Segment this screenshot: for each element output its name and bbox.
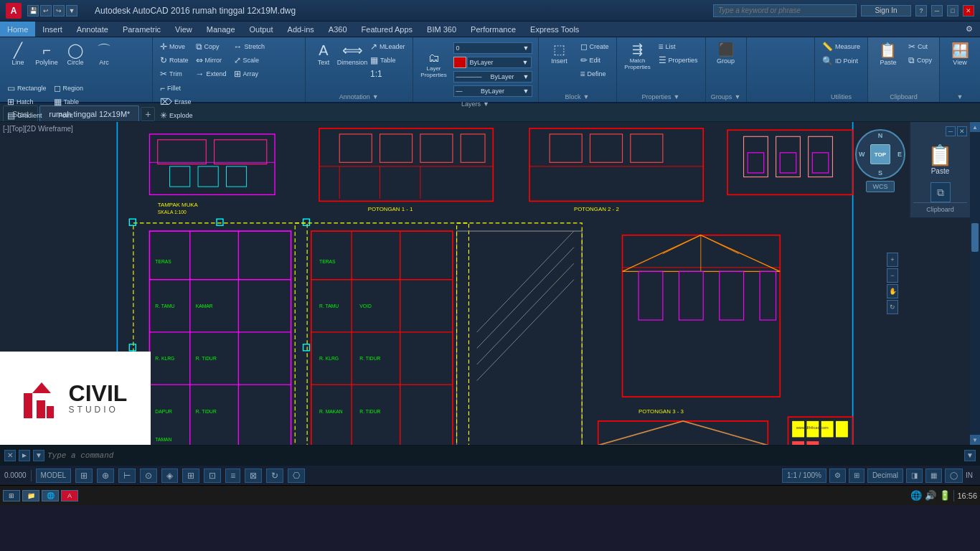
menu-view[interactable]: View	[168, 22, 199, 37]
selcyc-btn[interactable]: ↻	[266, 468, 283, 483]
xref-btn[interactable]: ⎔	[288, 468, 305, 483]
trim-btn[interactable]: ✂ Trim	[157, 67, 192, 80]
viewtransition-btn[interactable]: ◨	[906, 468, 923, 483]
mirror-btn[interactable]: ⇔ Mirror	[193, 54, 230, 67]
polyline-btn[interactable]: ⌐ Polyline	[33, 40, 60, 80]
annotscale-btn[interactable]: 1:1 / 100%	[782, 468, 826, 483]
color-swatch[interactable]	[453, 57, 466, 68]
table-btn[interactable]: ▦ Table	[51, 95, 87, 108]
table-ann-btn[interactable]: ▦ Table	[367, 54, 408, 67]
snap-btn[interactable]: ⊕	[97, 468, 114, 483]
cmd-search-btn[interactable]: ▼	[33, 450, 44, 461]
menu-output[interactable]: Output	[242, 22, 281, 37]
region-btn[interactable]: ◻ Region	[51, 82, 87, 95]
define-attr-btn[interactable]: ≡ Define	[578, 67, 612, 80]
dimension-btn[interactable]: ⟺ Dimension	[339, 40, 366, 80]
zoom-out-btn[interactable]: −	[887, 268, 898, 283]
linewidth-btn[interactable]: ≡	[225, 468, 240, 483]
orbit-btn[interactable]: ↻	[887, 300, 898, 314]
move-btn[interactable]: ✛ Move	[157, 40, 192, 53]
erase-btn[interactable]: ⌦ Erase	[157, 95, 196, 108]
workspace-btn[interactable]: ⊞	[849, 468, 864, 483]
paste-btn[interactable]: 📋 Paste	[913, 139, 967, 179]
canvas-area[interactable]: [-][Top][2D Wireframe] TAMPAK MUKA SKALA…	[0, 122, 970, 445]
close-btn[interactable]: ✕	[963, 5, 974, 17]
acad-taskbar-btn[interactable]: A	[61, 490, 78, 501]
command-input[interactable]	[47, 451, 961, 460]
menu-parametric[interactable]: Parametric	[116, 22, 168, 37]
clip-pin-btn[interactable]: ─	[946, 126, 956, 136]
menu-home[interactable]: Home	[0, 22, 35, 37]
list-btn[interactable]: ≡ List	[656, 40, 701, 53]
line-btn[interactable]: ╱ Line	[4, 40, 32, 80]
copy-clip-btn[interactable]: ⧉ Copy	[905, 54, 935, 67]
toolbar-btn-4[interactable]: ▼	[66, 5, 77, 17]
utilities-id-btn[interactable]: 🔍 ID Point	[819, 55, 861, 67]
create-block-btn[interactable]: ◻ Create	[578, 40, 612, 53]
copy-btn[interactable]: ⧉ Copy	[193, 40, 230, 53]
vertical-scrollbar[interactable]: ▲ ▼	[970, 122, 980, 445]
paste-ribbon-btn[interactable]: 📋 Paste	[872, 40, 904, 80]
stretch-btn[interactable]: ↔ Stretch	[231, 40, 268, 53]
zoom-in-btn[interactable]: +	[887, 253, 898, 267]
toolbar-btn-1[interactable]: 💾	[27, 5, 39, 17]
color-bylayer[interactable]: ByLayer▼	[467, 57, 532, 68]
otrack-btn[interactable]: ⊞	[182, 468, 199, 483]
group-btn[interactable]: ⬛ Group	[710, 40, 742, 80]
clip-close-btn[interactable]: ✕	[957, 126, 967, 136]
scale-btn[interactable]: ⤢ Scale	[231, 54, 268, 67]
scroll-thumb[interactable]	[971, 223, 979, 252]
menu-a360[interactable]: A360	[321, 22, 354, 37]
copy-small-btn[interactable]: ⧉	[930, 182, 951, 202]
cmd-x-btn[interactable]: ✕	[4, 450, 16, 461]
start-btn[interactable]: ⊞	[3, 490, 20, 501]
explorer-btn[interactable]: 📁	[22, 490, 39, 501]
hatch-btn[interactable]: ⊞ Hatch	[4, 95, 50, 108]
insert-btn[interactable]: ⬚ Insert	[543, 40, 576, 80]
tmode-btn[interactable]: ⊠	[245, 468, 262, 483]
linetype-bylayer[interactable]: ————ByLayer▼	[453, 71, 532, 83]
rotate-btn[interactable]: ↻ Rotate	[157, 54, 192, 67]
scroll-down-btn[interactable]: ▼	[970, 435, 980, 445]
fillet-btn[interactable]: ⌐ Fillet	[157, 82, 196, 95]
menu-featured[interactable]: Featured Apps	[354, 22, 420, 37]
edit-block-btn[interactable]: ✏ Edit	[578, 54, 612, 67]
cmd-arrow-btn[interactable]: ►	[19, 450, 30, 461]
layer-dropdown[interactable]: 0▼	[453, 42, 532, 54]
extend-btn[interactable]: → Extend	[193, 67, 230, 80]
view-ribbon-btn[interactable]: 🪟 View	[944, 40, 976, 80]
circle-btn[interactable]: ◯ Circle	[62, 40, 89, 80]
model-btn[interactable]: MODEL	[36, 468, 72, 483]
grid-btn[interactable]: ⊞	[75, 468, 93, 483]
isolation-btn[interactable]: ◯	[945, 468, 963, 483]
ortho-btn[interactable]: ⊢	[118, 468, 136, 483]
wcs-badge[interactable]: WCS	[866, 181, 895, 192]
scroll-up-btn[interactable]: ▲	[970, 122, 980, 132]
mleader-btn[interactable]: ↗ MLeader	[367, 40, 408, 53]
layer-properties-btn[interactable]: 🗂 Layer Properties	[418, 50, 451, 90]
chrome-btn[interactable]: 🌐	[42, 490, 59, 501]
polar-btn[interactable]: ⊙	[140, 468, 157, 483]
sign-in-btn[interactable]: Sign In	[861, 5, 911, 17]
menu-annotate[interactable]: Annotate	[70, 22, 116, 37]
menu-insert[interactable]: Insert	[35, 22, 70, 37]
toolbar-btn-3[interactable]: ↪	[53, 5, 65, 17]
rectangle-btn[interactable]: ▭ Rectangle	[4, 82, 50, 95]
search-input[interactable]	[713, 4, 857, 17]
arc-btn[interactable]: ⌒ Arc	[90, 40, 118, 80]
compass-top-label[interactable]: TOP	[870, 144, 890, 164]
navigation-cube[interactable]: N S E W TOP WCS	[855, 129, 905, 187]
explode-btn[interactable]: ✳ Explode	[157, 109, 196, 122]
toolbar-btn-2[interactable]: ↩	[40, 5, 52, 17]
compass-ring[interactable]: N S E W TOP	[855, 129, 905, 179]
menu-express[interactable]: Express Tools	[523, 22, 586, 37]
menu-performance[interactable]: Performance	[463, 22, 523, 37]
properties-btn[interactable]: ☰ Properties	[656, 54, 701, 67]
menu-addins[interactable]: Add-ins	[281, 22, 321, 37]
scroll-track[interactable]	[970, 132, 980, 435]
text-btn[interactable]: A Text	[310, 40, 337, 80]
menu-extra[interactable]: ⚙	[958, 22, 980, 37]
pan-btn[interactable]: ✋	[887, 284, 898, 298]
menu-bim360[interactable]: BIM 360	[420, 22, 463, 37]
osnap-btn[interactable]: ◈	[161, 468, 178, 483]
